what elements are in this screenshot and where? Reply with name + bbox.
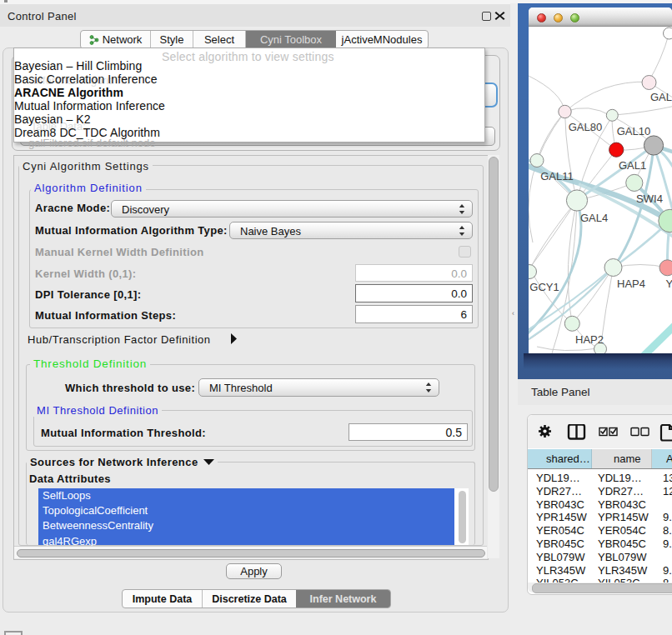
svg-text:HAP2: HAP2 bbox=[575, 333, 604, 346]
svg-text:SWI4: SWI4 bbox=[636, 192, 663, 205]
svg-text:GAL10: GAL10 bbox=[617, 125, 650, 138]
svg-text:YM: YM bbox=[666, 278, 672, 290]
svg-text:GAL2: GAL2 bbox=[650, 91, 672, 103]
svg-text:GAL4: GAL4 bbox=[580, 212, 608, 224]
svg-text:GAL11: GAL11 bbox=[540, 170, 574, 182]
svg-text:HAP4: HAP4 bbox=[617, 278, 645, 290]
svg-text:GAL80: GAL80 bbox=[569, 121, 602, 133]
svg-text:GAL1: GAL1 bbox=[619, 159, 646, 172]
svg-text:GCY1: GCY1 bbox=[529, 281, 559, 293]
